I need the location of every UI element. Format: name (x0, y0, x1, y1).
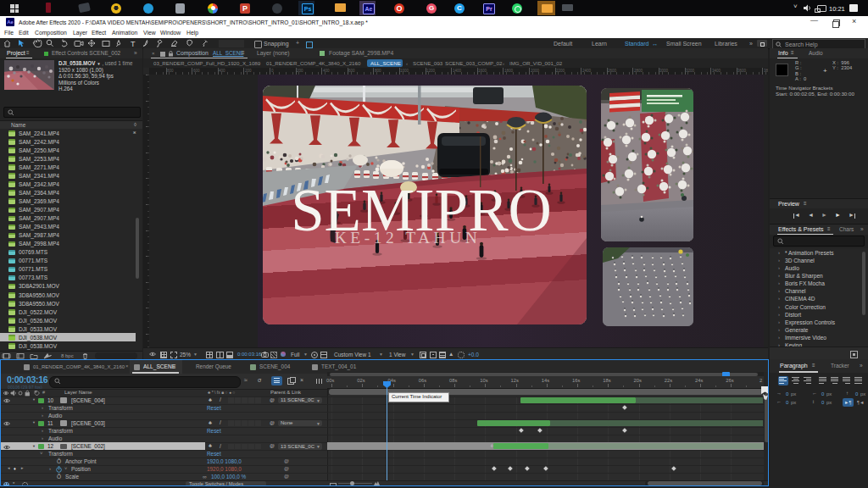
svg-text:T: T (131, 40, 136, 48)
